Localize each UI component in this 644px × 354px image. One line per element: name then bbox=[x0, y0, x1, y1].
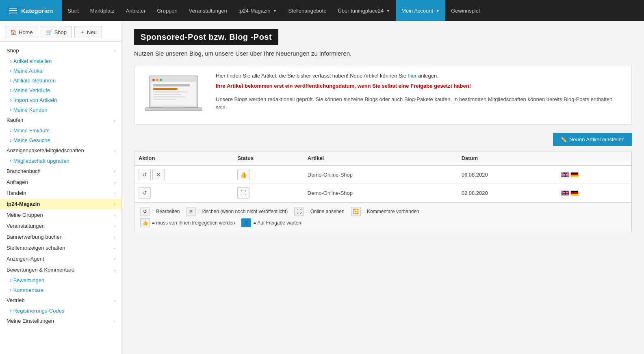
legend-user-text: = Auf Freigabe warten bbox=[253, 218, 301, 228]
thumbs-up-button-1[interactable]: 👍 bbox=[237, 169, 249, 180]
datum-cell-1: 06.08.2020 bbox=[458, 165, 557, 184]
sidebar-item-meine-einstellungen[interactable]: Meine Einstellungen › bbox=[0, 315, 121, 326]
sidebar-link-meine-artikel[interactable]: Meine Artikel bbox=[0, 66, 121, 76]
svg-rect-11 bbox=[153, 99, 176, 100]
nav-link-tp24-magazin[interactable]: tp24-Magazin ▼ bbox=[233, 0, 283, 21]
laptop-svg bbox=[141, 72, 206, 117]
sidebar-item-anzeigenpakete[interactable]: Anzeigenpakete/Mitgliedschaften › bbox=[0, 145, 121, 156]
sidebar-link-meine-verkaeufe[interactable]: Meine Verkäufe bbox=[0, 85, 121, 95]
nav-link-anbieter[interactable]: Anbieter bbox=[120, 0, 151, 21]
chevron-right-icon: › bbox=[113, 148, 115, 153]
chevron-right-icon: › bbox=[113, 118, 115, 123]
col-status: Status bbox=[233, 151, 303, 166]
nav-item-start: Start bbox=[62, 0, 84, 21]
flags-cell-2 bbox=[557, 184, 631, 202]
sidebar-link-artikel-einstellen[interactable]: Artikel einstellen bbox=[0, 56, 121, 66]
delete-button-1[interactable]: ✕ bbox=[152, 169, 165, 180]
sidebar-item-handeln[interactable]: Handeln › bbox=[0, 188, 121, 199]
chevron-right-icon: › bbox=[113, 169, 115, 174]
flags-cell-1 bbox=[557, 165, 631, 184]
nav-link-veranstaltungen[interactable]: Veranstaltungen bbox=[183, 0, 233, 21]
chevron-down-icon: ▼ bbox=[386, 9, 390, 13]
nav-item-mein-account: Mein Account ▼ bbox=[396, 0, 445, 21]
nav-item-ueber: Über tuningplace24 ▼ bbox=[332, 0, 396, 21]
hier-link[interactable]: hier bbox=[408, 73, 417, 79]
legend-refresh-text: = Kommentare vorhanden bbox=[363, 207, 419, 216]
intro-text: Hier finden Sie alle Artikel, die Sie bi… bbox=[216, 72, 625, 118]
status-cell-2: ⛶ bbox=[233, 184, 303, 202]
nav-link-stellenangebote[interactable]: Stellenangebote bbox=[282, 0, 332, 21]
sidebar-item-branchenbuch[interactable]: Branchenbuch › bbox=[0, 166, 121, 177]
svg-rect-8 bbox=[153, 91, 188, 93]
nav-link-marktplatz[interactable]: Marktplatz bbox=[85, 0, 120, 21]
new-button[interactable]: ＋ Neu bbox=[74, 26, 102, 38]
sidebar-item-veranstaltungen[interactable]: Veranstaltungen › bbox=[0, 220, 121, 231]
plus-icon: ＋ bbox=[80, 28, 85, 36]
sidebar-link-registrierungs-codes[interactable]: Registrierungs-Codes bbox=[0, 306, 121, 315]
nav-link-mein-account[interactable]: Mein Account ▼ bbox=[396, 0, 445, 21]
main-content: Sponsored-Post bzw. Blog -Post Nutzen Si… bbox=[122, 21, 644, 354]
sidebar-item-meine-gruppen[interactable]: Meine Gruppen › bbox=[0, 209, 121, 220]
chevron-down-icon: ▼ bbox=[273, 9, 277, 13]
sidebar-item-shop[interactable]: Shop › bbox=[0, 45, 121, 56]
hamburger-icon bbox=[9, 8, 17, 13]
legend-edit-text: = Bearbeiten bbox=[152, 207, 180, 216]
nav-link-gewinnspiel[interactable]: Gewinnspiel bbox=[445, 0, 486, 21]
sidebar-link-bewertungen[interactable]: Bewertungen bbox=[0, 275, 121, 285]
legend-box: ↺ = Bearbeiten ✕ = löschen (wenn noch ni… bbox=[134, 202, 632, 232]
sidebar-item-anzeigen-agent[interactable]: Anzeigen-Agent › bbox=[0, 253, 121, 264]
sidebar-item-tp24-magazin[interactable]: tp24-Magazin › bbox=[0, 199, 121, 209]
sidebar-item-vertrieb[interactable]: Vertrieb › bbox=[0, 295, 121, 306]
chevron-right-icon: › bbox=[113, 268, 115, 272]
col-aktion: Aktion bbox=[134, 151, 234, 166]
edit-button-1[interactable]: ↺ bbox=[139, 169, 151, 180]
shop-button[interactable]: 🛒 Shop bbox=[41, 26, 72, 38]
nav-link-start[interactable]: Start bbox=[62, 0, 84, 21]
col-artikel: Artikel bbox=[304, 151, 458, 166]
user-legend-icon: 👤 bbox=[241, 218, 251, 227]
sidebar-link-meine-kunden[interactable]: Meine Kunden bbox=[0, 105, 121, 114]
nav-item-veranstaltungen: Veranstaltungen bbox=[183, 0, 233, 21]
intro-section: Hier finden Sie alle Artikel, die Sie bi… bbox=[134, 65, 632, 125]
legend-expand: ⛶ = Online ansehen bbox=[294, 207, 344, 216]
sidebar-item-kaufen[interactable]: Kaufen › bbox=[0, 114, 121, 125]
nav-link-ueber[interactable]: Über tuningplace24 ▼ bbox=[332, 0, 396, 21]
legend-thumbs-up: 👍 = muss von Ihnen freigegeben werden bbox=[140, 218, 235, 228]
thumbs-up-legend-icon: 👍 bbox=[140, 218, 150, 227]
home-button[interactable]: 🏠 Home bbox=[5, 26, 38, 38]
status-cell-1: 👍 bbox=[233, 165, 303, 184]
nav-item-stellenangebote: Stellenangebote bbox=[282, 0, 332, 21]
sidebar-item-stellenanzeigen[interactable]: Stellenanzeigen schalten › bbox=[0, 242, 121, 253]
nav-links: Start Marktplatz Anbieter Gruppen Verans… bbox=[62, 0, 644, 21]
legend-edit: ↺ = Bearbeiten bbox=[140, 207, 180, 216]
sidebar-item-anfragen[interactable]: Anfragen › bbox=[0, 177, 121, 188]
chevron-right-icon: › bbox=[113, 246, 115, 250]
sidebar-link-mitgliedschaft-upgraden[interactable]: Mitgliedschaft upgraden bbox=[0, 156, 121, 166]
sidebar-item-bewertungen[interactable]: Bewertungen & Kommentare › bbox=[0, 264, 121, 275]
nav-item-gewinnspiel: Gewinnspiel bbox=[445, 0, 486, 21]
sidebar-link-kommentare[interactable]: Kommentare bbox=[0, 285, 121, 295]
sidebar-link-import-artikel[interactable]: Import von Artikeln bbox=[0, 95, 121, 105]
svg-rect-9 bbox=[153, 94, 182, 95]
sidebar-top-buttons: 🏠 Home 🛒 Shop ＋ Neu bbox=[0, 21, 121, 42]
chevron-down-icon: ▼ bbox=[436, 9, 440, 13]
new-article-button[interactable]: ✏️ Neuen Artikel einstellen bbox=[553, 133, 632, 146]
sidebar-item-bannerwerbung[interactable]: Bannerwerbung buchen › bbox=[0, 231, 121, 242]
sidebar-link-meine-einkaeufe[interactable]: Meine Einkäufe bbox=[0, 125, 121, 135]
legend-delete: ✕ = löschen (wenn noch nicht veröffentli… bbox=[186, 207, 288, 216]
sidebar-link-meine-gesuche[interactable]: Meine Gesuche bbox=[0, 135, 121, 145]
flag-icons-1 bbox=[561, 172, 627, 177]
sidebar: 🏠 Home 🛒 Shop ＋ Neu Shop › Artikel einst… bbox=[0, 21, 122, 354]
top-navigation: Kategorien Start Marktplatz Anbieter Gru… bbox=[0, 0, 644, 21]
action-icons-1: ↺ ✕ bbox=[139, 169, 229, 180]
legend-refresh: 🔁 = Kommentare vorhanden bbox=[351, 207, 419, 216]
flag-de-2 bbox=[570, 190, 579, 196]
nav-link-gruppen[interactable]: Gruppen bbox=[151, 0, 183, 21]
table-header-row: Aktion Status Artikel Datum bbox=[134, 151, 632, 166]
svg-rect-31 bbox=[562, 193, 569, 194]
sidebar-link-affiliate-gebuehren[interactable]: Affiliate-Gebühren bbox=[0, 76, 121, 85]
expand-button-2[interactable]: ⛶ bbox=[237, 187, 249, 199]
page-layout: 🏠 Home 🛒 Shop ＋ Neu Shop › Artikel einst… bbox=[0, 21, 644, 354]
edit-button-2[interactable]: ↺ bbox=[139, 187, 151, 199]
kategorien-button[interactable]: Kategorien bbox=[0, 0, 62, 21]
